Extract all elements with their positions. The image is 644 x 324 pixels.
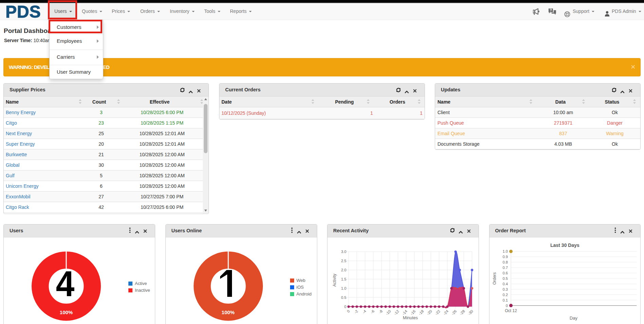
svg-text:0.7: 0.7	[502, 266, 507, 270]
svg-text:-12: -12	[393, 309, 400, 316]
svg-text:?: ?	[550, 8, 552, 12]
svg-text:-22: -22	[434, 309, 441, 316]
svg-text:Day: Day	[569, 316, 577, 321]
svg-text:Last 30 Days: Last 30 Days	[550, 242, 579, 248]
svg-text:2.0: 2.0	[341, 268, 346, 272]
svg-text:1.0: 1.0	[341, 286, 346, 290]
svg-text:0.2: 0.2	[502, 293, 507, 297]
svg-text:Minutes: Minutes	[403, 316, 418, 320]
svg-text:-16: -16	[410, 309, 416, 316]
svg-text:0.3: 0.3	[502, 287, 507, 291]
svg-text:-4: -4	[362, 309, 367, 314]
svg-text:3.0: 3.0	[341, 250, 346, 254]
svg-text:0.4: 0.4	[502, 282, 507, 286]
svg-text:0: 0	[505, 304, 507, 308]
svg-text:0.1: 0.1	[502, 298, 507, 302]
svg-text:-8: -8	[378, 309, 383, 314]
svg-text:-26: -26	[451, 309, 458, 316]
svg-text:-6: -6	[370, 309, 375, 314]
svg-text:Orders: Orders	[492, 272, 497, 285]
svg-text:0: 0	[344, 305, 346, 309]
svg-text:-24: -24	[443, 309, 449, 316]
svg-text:0.8: 0.8	[502, 260, 507, 264]
svg-text:-30: -30	[467, 309, 474, 316]
svg-text:0.5: 0.5	[341, 295, 346, 300]
svg-text:0.9: 0.9	[502, 255, 507, 259]
svg-text:-14: -14	[401, 309, 408, 316]
svg-text:2.5: 2.5	[341, 259, 346, 263]
svg-text:-28: -28	[459, 309, 466, 316]
svg-text:-18: -18	[418, 309, 425, 316]
svg-text:-20: -20	[426, 309, 433, 316]
svg-text:1.0: 1.0	[502, 249, 507, 253]
svg-text:0: 0	[346, 309, 351, 313]
svg-text:Oct 12: Oct 12	[505, 308, 517, 313]
svg-text:Activity: Activity	[332, 274, 337, 287]
svg-text:-10: -10	[385, 309, 392, 316]
svg-text:-2: -2	[354, 309, 359, 314]
svg-text:0.5: 0.5	[502, 276, 507, 281]
svg-text:1.5: 1.5	[341, 277, 346, 281]
svg-text:0.6: 0.6	[502, 271, 507, 275]
